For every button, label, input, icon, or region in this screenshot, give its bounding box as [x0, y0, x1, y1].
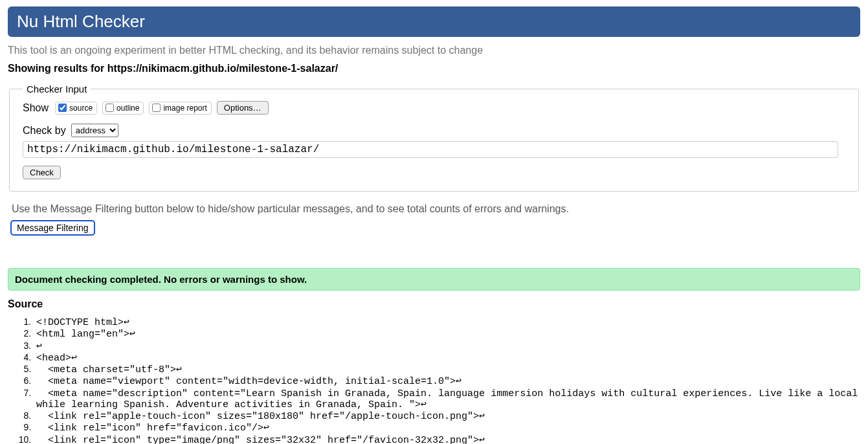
show-image-report-checkbox[interactable] — [152, 104, 161, 112]
source-line: <meta name="description" content="Learn … — [34, 388, 860, 411]
header-bar: Nu Html Checker — [8, 6, 860, 37]
check-by-select[interactable]: address — [71, 124, 118, 137]
source-line: <meta charset="utf-8">↩ — [34, 364, 860, 375]
url-input[interactable] — [23, 141, 838, 158]
source-line: <link rel="apple-touch-icon" sizes="180x… — [34, 410, 860, 422]
success-bar: Document checking completed. No errors o… — [8, 268, 860, 291]
source-line: <meta name="viewport" content="width=dev… — [34, 375, 860, 387]
check-by-row: Check by address — [23, 124, 845, 137]
source-line: <!DOCTYPE html>↩ — [34, 316, 860, 328]
checker-input-fieldset: Checker Input Show source outline image … — [9, 83, 859, 192]
source-line: <head>↩ — [34, 352, 860, 364]
url-row — [23, 141, 845, 158]
source-line: <html lang="en">↩ — [34, 328, 860, 340]
source-line: <link rel="icon" href="favicon.ico"/>↩ — [34, 422, 860, 434]
show-outline-wrapper[interactable]: outline — [102, 102, 144, 115]
show-source-label: source — [69, 104, 93, 113]
check-by-label: Check by — [23, 125, 66, 137]
show-outline-label: outline — [117, 104, 139, 113]
show-row: Show source outline image report Options… — [23, 101, 845, 115]
options-button[interactable]: Options… — [217, 101, 269, 115]
show-image-report-wrapper[interactable]: image report — [149, 102, 211, 115]
page-title: Nu Html Checker — [17, 12, 851, 32]
show-label: Show — [23, 102, 49, 114]
intro-text: This tool is an ongoing experiment in be… — [8, 45, 860, 56]
source-line: <link rel="icon" type="image/png" sizes=… — [34, 434, 860, 445]
check-row: Check — [23, 166, 845, 179]
message-filtering-button[interactable]: Message Filtering — [10, 220, 95, 236]
source-listing: <!DOCTYPE html>↩<html lang="en">↩↩<head>… — [27, 316, 860, 444]
source-line: ↩ — [34, 340, 860, 352]
check-button[interactable]: Check — [23, 166, 61, 179]
source-heading: Source — [8, 298, 860, 310]
checker-input-legend: Checker Input — [23, 83, 91, 94]
show-outline-checkbox[interactable] — [106, 104, 114, 112]
show-source-checkbox[interactable] — [58, 104, 67, 112]
showing-results: Showing results for https://nikimacm.git… — [8, 63, 860, 74]
show-image-report-label: image report — [163, 104, 206, 113]
show-source-wrapper[interactable]: source — [55, 102, 97, 115]
message-filter-hint: Use the Message Filtering button below t… — [12, 203, 860, 215]
